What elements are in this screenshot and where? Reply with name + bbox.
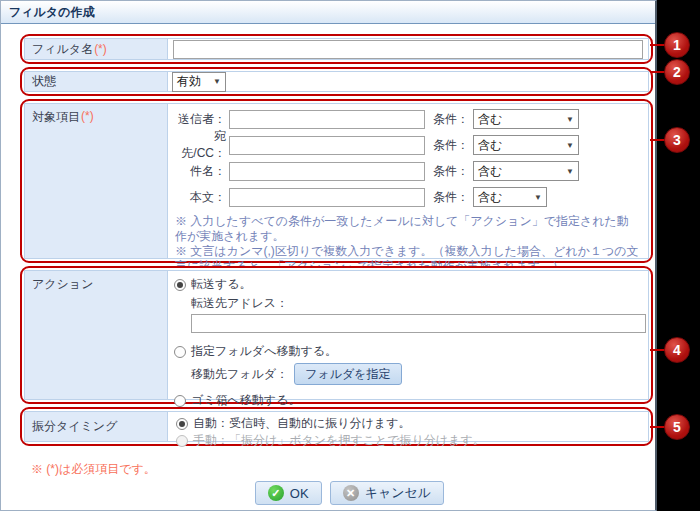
move-folder-option[interactable]: 指定フォルダへ移動する。 — [174, 343, 640, 360]
forward-radio[interactable] — [174, 279, 186, 291]
cancel-button-label: キャンセル — [365, 484, 432, 502]
chevron-down-icon: ▼ — [566, 167, 574, 176]
required-mark: (*) — [94, 42, 107, 56]
subject-cond-value: 含む — [478, 163, 502, 180]
to-cc-condition-row: 宛先/CC： 条件： 含む ▼ — [170, 132, 642, 158]
chevron-down-icon: ▼ — [566, 115, 574, 124]
move-folder-option-label: 指定フォルダへ移動する。 — [191, 343, 337, 360]
dialog-buttons: ✓ OK ✕ キャンセル — [21, 481, 678, 505]
auto-sort-option-label: 自動：受信時、自動的に振り分けます。 — [193, 415, 410, 432]
body-cond-select[interactable]: 含む ▼ — [473, 187, 547, 207]
subject-label: 件名： — [170, 163, 226, 180]
forward-address-input[interactable] — [191, 314, 646, 333]
status-label: 状態 — [32, 73, 56, 90]
annotation-outline-3: 対象項目(*) 送信者： 条件： 含む ▼ 宛先/CC： — [20, 99, 653, 263]
cancel-x-icon: ✕ — [343, 485, 359, 501]
note-all-conditions: ※ 入力したすべての条件が一致したメールに対して「アクション」で指定された動作が… — [175, 214, 640, 244]
annotation-badge-4: 4 — [664, 337, 690, 363]
to-cc-cond-value: 含む — [478, 137, 502, 154]
status-row: 状態 有効 ▼ — [24, 71, 649, 92]
ok-check-icon: ✓ — [268, 485, 284, 501]
status-select-value: 有効 — [177, 73, 201, 90]
forward-option[interactable]: 転送する。 — [174, 276, 640, 293]
target-items-row: 対象項目(*) 送信者： 条件： 含む ▼ 宛先/CC： — [24, 103, 649, 259]
filter-name-label: フィルタ名 — [32, 41, 93, 58]
annotation-outline-4: アクション 転送する。 転送先アドレス： 指定フォルダへ移動する。 移動先フォル… — [20, 266, 653, 404]
target-items-label-cell: 対象項目(*) — [25, 104, 168, 258]
status-value-cell: 有効 ▼ — [168, 72, 648, 91]
manual-sort-option: 手動：「振分け」ボタンを押すことで振り分けます。 — [176, 432, 640, 449]
to-cc-input[interactable] — [229, 136, 425, 155]
auto-sort-radio[interactable] — [176, 418, 188, 430]
dialog-title: フィルタの作成 — [9, 4, 94, 21]
filter-name-value-cell — [168, 39, 648, 59]
move-trash-radio[interactable] — [174, 395, 186, 407]
sender-cond-label: 条件： — [433, 111, 469, 128]
choose-folder-button[interactable]: フォルダを指定 — [294, 363, 401, 385]
target-items-label: 対象項目 — [32, 109, 80, 126]
action-label: アクション — [32, 276, 93, 293]
annotation-outline-1: フィルタ名(*) — [20, 34, 653, 64]
annotation-outline-5: 振分タイミング 自動：受信時、自動的に振り分けます。 手動：「振分け」ボタンを押… — [20, 407, 653, 446]
action-row: アクション 転送する。 転送先アドレス： 指定フォルダへ移動する。 移動先フォル… — [24, 270, 649, 400]
auto-sort-option[interactable]: 自動：受信時、自動的に振り分けます。 — [176, 415, 640, 432]
subject-cond-select[interactable]: 含む ▼ — [473, 161, 579, 181]
sender-cond-select[interactable]: 含む ▼ — [473, 109, 579, 129]
forward-address-label: 転送先アドレス： — [191, 295, 640, 312]
status-label-cell: 状態 — [25, 72, 168, 91]
filter-name-label-cell: フィルタ名(*) — [25, 39, 168, 59]
destination-folder-line: 移動先フォルダ： フォルダを指定 — [191, 363, 640, 385]
sort-timing-label: 振分タイミング — [32, 418, 117, 435]
subject-input[interactable] — [229, 162, 425, 181]
filter-name-row: フィルタ名(*) — [24, 38, 649, 60]
sender-cond-value: 含む — [478, 111, 502, 128]
manual-sort-radio — [176, 435, 188, 447]
body-label: 本文： — [170, 189, 226, 206]
body-cond-label: 条件： — [433, 189, 469, 206]
body-condition-row: 本文： 条件： 含む ▼ — [170, 184, 642, 210]
to-cc-cond-label: 条件： — [433, 137, 469, 154]
ok-button-label: OK — [290, 486, 309, 501]
annotation-badge-2: 2 — [664, 59, 690, 85]
dialog-titlebar: フィルタの作成 — [1, 1, 655, 24]
body-input[interactable] — [229, 188, 425, 207]
action-label-cell: アクション — [25, 271, 168, 399]
to-cc-label: 宛先/CC： — [170, 128, 226, 162]
required-mark: (*) — [81, 109, 94, 123]
to-cc-cond-select[interactable]: 含む ▼ — [473, 135, 579, 155]
sender-condition-row: 送信者： 条件： 含む ▼ — [170, 106, 642, 132]
sort-timing-label-cell: 振分タイミング — [25, 412, 168, 441]
sender-input[interactable] — [229, 110, 425, 129]
sort-timing-row: 振分タイミング 自動：受信時、自動的に振り分けます。 手動：「振分け」ボタンを押… — [24, 411, 649, 442]
screenshot-canvas: フィルタの作成 フィルタ名(*) 状態 有効 — [0, 0, 700, 511]
forward-option-label: 転送する。 — [191, 276, 252, 293]
annotation-badge-3: 3 — [664, 127, 690, 153]
cancel-button[interactable]: ✕ キャンセル — [330, 481, 445, 505]
required-field-note: ※ (*)は必須項目です。 — [31, 461, 156, 478]
filter-create-dialog: フィルタの作成 フィルタ名(*) 状態 有効 — [0, 0, 657, 511]
annotation-badge-1: 1 — [664, 32, 690, 58]
target-items-notes: ※ 入力したすべての条件が一致したメールに対して「アクション」で指定された動作が… — [175, 214, 640, 274]
chevron-down-icon: ▼ — [566, 141, 574, 150]
status-select[interactable]: 有効 ▼ — [172, 72, 226, 92]
destination-folder-label: 移動先フォルダ： — [191, 366, 288, 383]
filter-name-input[interactable] — [173, 40, 643, 59]
sender-label: 送信者： — [170, 111, 226, 128]
manual-sort-option-label: 手動：「振分け」ボタンを押すことで振り分けます。 — [193, 432, 485, 449]
subject-condition-row: 件名： 条件： 含む ▼ — [170, 158, 642, 184]
move-folder-radio[interactable] — [174, 346, 186, 358]
subject-cond-label: 条件： — [433, 163, 469, 180]
sort-timing-value-cell: 自動：受信時、自動的に振り分けます。 手動：「振分け」ボタンを押すことで振り分け… — [168, 412, 648, 441]
chevron-down-icon: ▼ — [534, 193, 542, 202]
annotation-badge-5: 5 — [664, 414, 690, 440]
action-value-cell: 転送する。 転送先アドレス： 指定フォルダへ移動する。 移動先フォルダ： フォル… — [168, 271, 648, 399]
chevron-down-icon: ▼ — [213, 77, 221, 86]
annotation-outline-2: 状態 有効 ▼ — [20, 67, 653, 96]
target-items-value-cell: 送信者： 条件： 含む ▼ 宛先/CC： 条件： 含む — [168, 104, 648, 258]
body-cond-value: 含む — [478, 189, 502, 206]
ok-button[interactable]: ✓ OK — [255, 481, 322, 505]
